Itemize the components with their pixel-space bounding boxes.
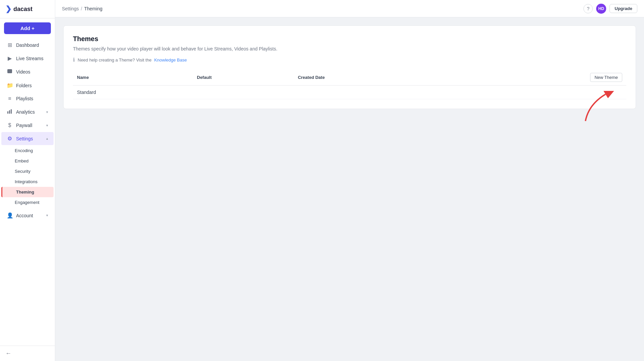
table-row: Standard [73, 86, 626, 99]
info-prefix-text: Need help creating a Theme? Visit the [78, 57, 152, 63]
col-actions: New Theme [449, 70, 626, 86]
page-title: Themes [73, 35, 626, 43]
live-streams-icon: ▶ [7, 55, 13, 62]
sidebar-item-label: Analytics [16, 109, 35, 115]
sidebar-item-label: Playlists [16, 96, 33, 101]
sidebar-item-label: Folders [16, 83, 32, 88]
header: Settings / Theming ? HD Upgrade [55, 0, 644, 17]
page-description: Themes specify how your video player wil… [73, 46, 626, 51]
sidebar-item-label: Settings [16, 136, 33, 141]
sidebar-item-engagement[interactable]: Engagement [0, 197, 55, 208]
paywall-icon: $ [7, 122, 13, 128]
integrations-label: Integrations [15, 179, 37, 184]
sidebar-item-account[interactable]: 👤 Account ▾ [1, 209, 54, 222]
col-default: Default [193, 70, 294, 86]
sidebar-item-folders[interactable]: 📁 Folders [1, 79, 54, 92]
playlists-icon: ≡ [7, 96, 13, 102]
videos-icon [7, 69, 13, 75]
content-area: Themes Themes specify how your video pla… [55, 17, 644, 361]
embed-label: Embed [15, 158, 28, 163]
col-name: Name [73, 70, 193, 86]
settings-icon: ⚙ [7, 135, 13, 142]
theming-label: Theming [16, 190, 34, 195]
add-button[interactable]: Add + [4, 22, 51, 34]
nav-list: ⊞ Dashboard ▶ Live Streams Videos 📁 Fold… [0, 38, 55, 222]
row-name: Standard [73, 86, 193, 99]
info-icon: ℹ [73, 57, 75, 63]
row-created-date [294, 86, 449, 99]
knowledge-base-link[interactable]: Knowledge Base [154, 57, 187, 63]
help-button[interactable]: ? [583, 4, 593, 13]
upgrade-button[interactable]: Upgrade [610, 4, 637, 13]
sidebar-item-theming[interactable]: Theming [1, 187, 54, 197]
sidebar-item-settings[interactable]: ⚙ Settings ▴ [1, 132, 54, 145]
breadcrumb-current: Theming [84, 6, 102, 11]
breadcrumb-separator: / [81, 6, 82, 11]
svg-rect-3 [11, 109, 12, 114]
logo-name: dacast [13, 6, 32, 13]
sidebar-item-live-streams[interactable]: ▶ Live Streams [1, 52, 54, 65]
col-created-date: Created Date [294, 70, 449, 86]
logo-icon: ❯ [5, 5, 11, 13]
folders-icon: 📁 [7, 82, 13, 89]
new-theme-button[interactable]: New Theme [590, 73, 622, 82]
chevron-down-icon: ▾ [46, 123, 48, 128]
svg-rect-0 [7, 69, 12, 73]
sidebar-bottom: ← [0, 346, 55, 361]
sidebar-collapse-button[interactable]: ← [5, 350, 11, 357]
row-actions [449, 86, 626, 99]
sidebar: ❯ dacast Add + ⊞ Dashboard ▶ Live Stream… [0, 0, 55, 361]
themes-card: Themes Themes specify how your video pla… [63, 25, 636, 109]
account-icon: 👤 [7, 212, 13, 219]
security-label: Security [15, 169, 30, 174]
svg-rect-1 [7, 111, 8, 114]
sidebar-item-integrations[interactable]: Integrations [0, 176, 55, 187]
sidebar-item-embed[interactable]: Embed [0, 156, 55, 166]
chevron-up-icon: ▴ [46, 136, 48, 141]
sidebar-item-analytics[interactable]: Analytics ▾ [1, 105, 54, 119]
sidebar-item-label: Videos [16, 69, 30, 75]
sidebar-item-label: Dashboard [16, 42, 39, 48]
logo-area: ❯ dacast [0, 0, 55, 18]
sidebar-item-videos[interactable]: Videos [1, 65, 54, 79]
analytics-icon [7, 109, 13, 115]
sidebar-item-label: Paywall [16, 123, 32, 128]
sidebar-item-playlists[interactable]: ≡ Playlists [1, 92, 54, 105]
header-right: ? HD Upgrade [583, 4, 637, 14]
table-header-row: Name Default Created Date New Theme [73, 70, 626, 86]
sidebar-item-security[interactable]: Security [0, 166, 55, 176]
breadcrumb-root: Settings [62, 6, 79, 11]
avatar-button[interactable]: HD [596, 4, 606, 14]
engagement-label: Engagement [15, 200, 39, 205]
themes-table: Name Default Created Date New Theme Stan… [73, 70, 626, 99]
sidebar-item-label: Live Streams [16, 56, 44, 61]
row-default [193, 86, 294, 99]
chevron-down-icon: ▾ [46, 213, 48, 218]
main-area: Settings / Theming ? HD Upgrade Themes T… [55, 0, 644, 361]
sidebar-item-label: Account [16, 213, 33, 218]
breadcrumb: Settings / Theming [62, 6, 102, 11]
svg-rect-2 [9, 110, 10, 114]
sidebar-item-dashboard[interactable]: ⊞ Dashboard [1, 38, 54, 51]
sidebar-item-paywall[interactable]: $ Paywall ▾ [1, 119, 54, 132]
dashboard-icon: ⊞ [7, 42, 13, 48]
chevron-down-icon: ▾ [46, 110, 48, 114]
sidebar-item-encoding[interactable]: Encoding [0, 145, 55, 156]
encoding-label: Encoding [15, 148, 33, 153]
info-bar: ℹ Need help creating a Theme? Visit the … [73, 57, 626, 63]
